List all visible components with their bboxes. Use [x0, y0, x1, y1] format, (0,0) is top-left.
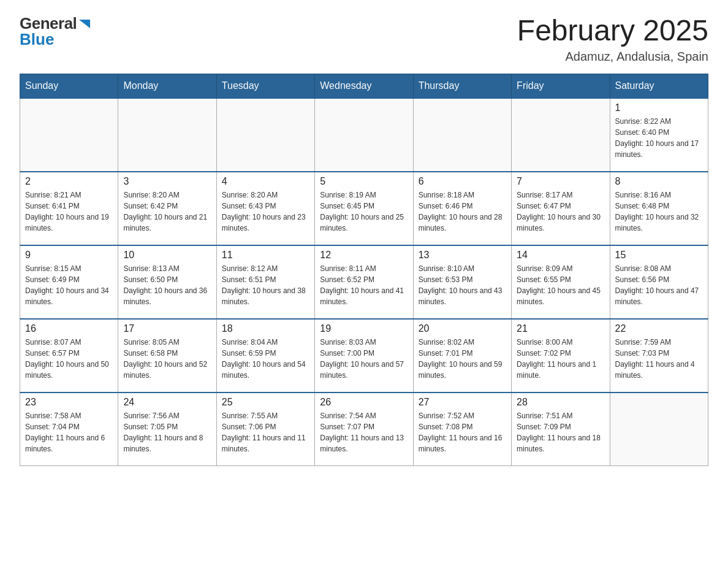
day-info: Sunrise: 8:18 AM Sunset: 6:46 PM Dayligh…	[419, 190, 506, 234]
calendar-cell: 27Sunrise: 7:52 AM Sunset: 7:08 PM Dayli…	[413, 393, 511, 466]
calendar-cell: 24Sunrise: 7:56 AM Sunset: 7:05 PM Dayli…	[118, 393, 216, 466]
day-info: Sunrise: 8:20 AM Sunset: 6:42 PM Dayligh…	[123, 190, 211, 234]
day-number: 18	[222, 323, 309, 334]
day-info: Sunrise: 8:17 AM Sunset: 6:47 PM Dayligh…	[517, 190, 604, 234]
day-info: Sunrise: 8:21 AM Sunset: 6:41 PM Dayligh…	[25, 190, 113, 234]
day-info: Sunrise: 8:03 AM Sunset: 7:00 PM Dayligh…	[320, 337, 408, 381]
calendar-cell: 26Sunrise: 7:54 AM Sunset: 7:07 PM Dayli…	[315, 393, 413, 466]
day-number: 17	[123, 323, 211, 334]
calendar-title: February 2025	[517, 15, 708, 47]
day-number: 20	[419, 323, 506, 334]
day-info: Sunrise: 7:56 AM Sunset: 7:05 PM Dayligh…	[123, 410, 211, 454]
day-info: Sunrise: 7:51 AM Sunset: 7:09 PM Dayligh…	[517, 410, 604, 454]
day-info: Sunrise: 7:58 AM Sunset: 7:04 PM Dayligh…	[25, 410, 113, 454]
day-number: 6	[419, 176, 506, 187]
svg-marker-0	[79, 20, 90, 28]
calendar-cell: 19Sunrise: 8:03 AM Sunset: 7:00 PM Dayli…	[315, 319, 413, 393]
day-number: 15	[615, 250, 703, 261]
day-number: 5	[320, 176, 408, 187]
day-number: 13	[419, 250, 506, 261]
day-number: 12	[320, 250, 408, 261]
col-friday: Friday	[512, 74, 610, 98]
day-info: Sunrise: 8:13 AM Sunset: 6:50 PM Dayligh…	[123, 263, 211, 307]
page-header: General Blue February 2025 Adamuz, Andal…	[20, 15, 708, 64]
day-number: 1	[615, 102, 703, 113]
day-info: Sunrise: 8:15 AM Sunset: 6:49 PM Dayligh…	[25, 263, 113, 307]
calendar-cell: 25Sunrise: 7:55 AM Sunset: 7:06 PM Dayli…	[216, 393, 314, 466]
calendar-cell: 11Sunrise: 8:12 AM Sunset: 6:51 PM Dayli…	[216, 245, 314, 319]
day-number: 19	[320, 323, 408, 334]
calendar-cell: 10Sunrise: 8:13 AM Sunset: 6:50 PM Dayli…	[118, 245, 216, 319]
calendar-cell: 23Sunrise: 7:58 AM Sunset: 7:04 PM Dayli…	[20, 393, 118, 466]
day-info: Sunrise: 8:09 AM Sunset: 6:55 PM Dayligh…	[517, 263, 604, 307]
calendar-cell: 8Sunrise: 8:16 AM Sunset: 6:48 PM Daylig…	[610, 172, 708, 245]
calendar-cell: 7Sunrise: 8:17 AM Sunset: 6:47 PM Daylig…	[512, 172, 610, 245]
day-number: 26	[320, 397, 408, 408]
day-number: 27	[419, 397, 506, 408]
calendar-cell	[610, 393, 708, 466]
day-number: 2	[25, 176, 113, 187]
day-info: Sunrise: 8:05 AM Sunset: 6:58 PM Dayligh…	[123, 337, 211, 381]
day-info: Sunrise: 8:07 AM Sunset: 6:57 PM Dayligh…	[25, 337, 113, 381]
day-info: Sunrise: 8:22 AM Sunset: 6:40 PM Dayligh…	[615, 116, 703, 160]
col-sunday: Sunday	[20, 74, 118, 98]
calendar-subtitle: Adamuz, Andalusia, Spain	[517, 50, 708, 64]
calendar-cell	[512, 98, 610, 172]
calendar-cell: 16Sunrise: 8:07 AM Sunset: 6:57 PM Dayli…	[20, 319, 118, 393]
day-number: 7	[517, 176, 604, 187]
calendar-cell: 22Sunrise: 7:59 AM Sunset: 7:03 PM Dayli…	[610, 319, 708, 393]
day-number: 10	[123, 250, 211, 261]
day-number: 24	[123, 397, 211, 408]
day-info: Sunrise: 7:52 AM Sunset: 7:08 PM Dayligh…	[419, 410, 506, 454]
day-number: 16	[25, 323, 113, 334]
day-number: 22	[615, 323, 703, 334]
calendar-cell: 3Sunrise: 8:20 AM Sunset: 6:42 PM Daylig…	[118, 172, 216, 245]
weekday-header-row: Sunday Monday Tuesday Wednesday Thursday…	[20, 74, 708, 98]
day-info: Sunrise: 8:20 AM Sunset: 6:43 PM Dayligh…	[222, 190, 309, 234]
calendar-cell	[118, 98, 216, 172]
col-monday: Monday	[118, 74, 216, 98]
day-number: 8	[615, 176, 703, 187]
day-number: 4	[222, 176, 309, 187]
day-number: 25	[222, 397, 309, 408]
day-info: Sunrise: 8:02 AM Sunset: 7:01 PM Dayligh…	[419, 337, 506, 381]
day-info: Sunrise: 8:10 AM Sunset: 6:53 PM Dayligh…	[419, 263, 506, 307]
day-number: 21	[517, 323, 604, 334]
calendar-cell: 21Sunrise: 8:00 AM Sunset: 7:02 PM Dayli…	[512, 319, 610, 393]
calendar-cell: 15Sunrise: 8:08 AM Sunset: 6:56 PM Dayli…	[610, 245, 708, 319]
col-wednesday: Wednesday	[315, 74, 413, 98]
week-row-1: 1Sunrise: 8:22 AM Sunset: 6:40 PM Daylig…	[20, 98, 708, 172]
calendar-cell: 28Sunrise: 7:51 AM Sunset: 7:09 PM Dayli…	[512, 393, 610, 466]
calendar-cell	[216, 98, 314, 172]
week-row-3: 9Sunrise: 8:15 AM Sunset: 6:49 PM Daylig…	[20, 245, 708, 319]
day-info: Sunrise: 8:08 AM Sunset: 6:56 PM Dayligh…	[615, 263, 703, 307]
day-info: Sunrise: 8:19 AM Sunset: 6:45 PM Dayligh…	[320, 190, 408, 234]
day-number: 11	[222, 250, 309, 261]
day-info: Sunrise: 8:16 AM Sunset: 6:48 PM Dayligh…	[615, 190, 703, 234]
calendar-cell: 2Sunrise: 8:21 AM Sunset: 6:41 PM Daylig…	[20, 172, 118, 245]
day-info: Sunrise: 7:54 AM Sunset: 7:07 PM Dayligh…	[320, 410, 408, 454]
week-row-5: 23Sunrise: 7:58 AM Sunset: 7:04 PM Dayli…	[20, 393, 708, 466]
day-info: Sunrise: 8:12 AM Sunset: 6:51 PM Dayligh…	[222, 263, 309, 307]
calendar-cell: 17Sunrise: 8:05 AM Sunset: 6:58 PM Dayli…	[118, 319, 216, 393]
logo-blue-text: Blue	[20, 31, 91, 49]
calendar-cell: 4Sunrise: 8:20 AM Sunset: 6:43 PM Daylig…	[216, 172, 314, 245]
calendar-cell: 13Sunrise: 8:10 AM Sunset: 6:53 PM Dayli…	[413, 245, 511, 319]
day-number: 9	[25, 250, 113, 261]
day-info: Sunrise: 7:59 AM Sunset: 7:03 PM Dayligh…	[615, 337, 703, 381]
calendar-cell: 6Sunrise: 8:18 AM Sunset: 6:46 PM Daylig…	[413, 172, 511, 245]
day-info: Sunrise: 7:55 AM Sunset: 7:06 PM Dayligh…	[222, 410, 309, 454]
col-saturday: Saturday	[610, 74, 708, 98]
day-number: 23	[25, 397, 113, 408]
title-block: February 2025 Adamuz, Andalusia, Spain	[517, 15, 708, 64]
calendar-cell	[413, 98, 511, 172]
calendar-table: Sunday Monday Tuesday Wednesday Thursday…	[20, 74, 708, 467]
calendar-cell: 20Sunrise: 8:02 AM Sunset: 7:01 PM Dayli…	[413, 319, 511, 393]
day-number: 14	[517, 250, 604, 261]
calendar-cell	[315, 98, 413, 172]
calendar-cell: 18Sunrise: 8:04 AM Sunset: 6:59 PM Dayli…	[216, 319, 314, 393]
logo-wordmark: General Blue	[20, 15, 91, 49]
day-info: Sunrise: 8:11 AM Sunset: 6:52 PM Dayligh…	[320, 263, 408, 307]
week-row-4: 16Sunrise: 8:07 AM Sunset: 6:57 PM Dayli…	[20, 319, 708, 393]
calendar-cell: 14Sunrise: 8:09 AM Sunset: 6:55 PM Dayli…	[512, 245, 610, 319]
